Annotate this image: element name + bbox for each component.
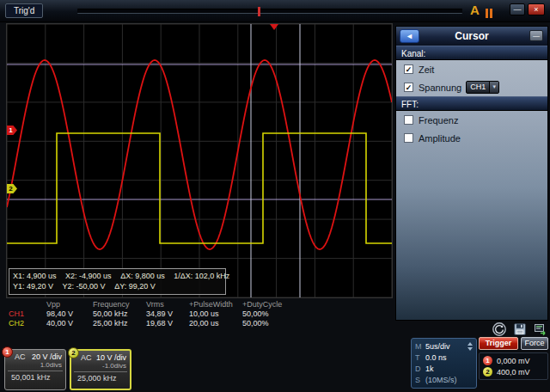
ch2-badge: 2 xyxy=(483,367,492,377)
column-header-vpp: Vpp xyxy=(46,300,93,309)
column-header-vrms: Vrms xyxy=(146,300,189,309)
spannung-option-row[interactable]: ✓ Spannung CH1 ▼ xyxy=(396,78,547,96)
meas-value: 50,00% xyxy=(242,319,290,328)
waveform-canvas xyxy=(7,24,392,297)
back-button[interactable]: ◄ xyxy=(400,29,419,43)
panel-minimize-button[interactable]: — xyxy=(529,30,543,41)
timebase-value: 5us/div xyxy=(425,342,468,351)
meas-value: 34,89 V xyxy=(146,309,189,319)
amplitude-checkbox[interactable] xyxy=(404,133,413,143)
ch2-number-badge: 2 xyxy=(68,347,79,358)
timebase-spinner[interactable] xyxy=(468,342,473,351)
frequenz-checkbox[interactable] xyxy=(404,115,413,125)
trigger-delay-row: T 0.0 ns xyxy=(415,352,473,363)
spannung-checkbox[interactable]: ✓ xyxy=(404,83,413,92)
cursor-y2: Y2: -50,00 V xyxy=(63,281,106,291)
trigger-position-icon[interactable] xyxy=(270,24,278,30)
spinner-up-icon[interactable] xyxy=(468,342,473,346)
amplitude-label: Amplitude xyxy=(419,133,461,144)
spannung-label: Spannung xyxy=(419,83,461,93)
chevron-down-icon[interactable]: ▼ xyxy=(489,82,498,93)
meas-value: 98,40 V xyxy=(46,309,93,319)
ch1-trigger-level-value: 0,000 mV xyxy=(497,357,530,365)
trigger-controls: Trigger Force 1 0,000 mV 2 400,0 mV xyxy=(479,337,548,380)
meas-value: 25,00 kHz xyxy=(93,319,146,328)
meas-value: 19,68 V xyxy=(146,319,189,328)
horizontal-position-slider[interactable] xyxy=(77,9,462,14)
ch1-number-badge: 1 xyxy=(2,346,13,358)
column-header-frequency: Frequency xyxy=(93,300,146,309)
ch1-frequency: 50,001 kHz xyxy=(8,371,63,382)
record-depth-row[interactable]: D 1k xyxy=(415,363,473,374)
timebase-row-m[interactable]: M 5us/div xyxy=(415,340,473,352)
frequenz-option-row[interactable]: Frequenz xyxy=(396,111,547,129)
frequenz-label: Frequenz xyxy=(419,115,458,126)
trigger-status: Trig'd xyxy=(5,3,43,18)
auto-trigger-indicator: A xyxy=(470,3,480,17)
ch1-volts-per-div: 20 V /div xyxy=(32,352,62,361)
sample-rate-row: S (10MS/s) xyxy=(415,374,473,385)
meas-value: 20,00 us xyxy=(189,319,242,328)
trigger-level-box: 1 0,000 mV 2 400,0 mV xyxy=(479,352,548,380)
measurements-table: Vpp Frequency Vrms +PulseWidth +DutyCycl… xyxy=(7,300,395,328)
trigger-delay-value: 0.0 ns xyxy=(425,353,473,362)
meas-value: 10,00 us xyxy=(189,309,242,319)
ch2-trigger-level-row[interactable]: 2 400,0 mV xyxy=(483,366,544,377)
record-depth-label: D xyxy=(415,364,425,373)
zeit-checkbox[interactable]: ✓ xyxy=(404,64,413,74)
meas-corner xyxy=(7,300,46,309)
ch2-coupling: AC xyxy=(81,353,92,370)
cursor-inv-dx: 1/ΔX: 102,0 kHz xyxy=(174,271,229,281)
export-icon[interactable] xyxy=(533,322,548,337)
close-button[interactable]: × xyxy=(528,3,545,15)
ch2-volts-per-div: 10 V /div xyxy=(96,353,126,362)
trigger-delay-label: T xyxy=(415,353,425,362)
ch2-measurements-row: CH2 40,00 V 25,00 kHz 19,68 V 20,00 us 5… xyxy=(7,319,395,328)
record-depth-value: 1k xyxy=(425,364,473,373)
cursor-panel-titlebar: ◄ Cursor — xyxy=(396,27,547,46)
amplitude-option-row[interactable]: Amplitude xyxy=(396,129,547,147)
ch2-trigger-level-value: 400,0 mV xyxy=(497,368,530,377)
zeit-label: Zeit xyxy=(419,64,434,75)
sample-rate-label: S xyxy=(415,376,425,384)
meas-value: 50,00% xyxy=(242,309,290,319)
force-button[interactable]: Force xyxy=(521,337,548,350)
minimize-button[interactable]: — xyxy=(510,3,525,15)
kanal-section-header: Kanal: xyxy=(396,46,547,60)
cursor-x1: X1: 4,900 us xyxy=(13,271,57,281)
ch1-coupling: AC xyxy=(15,352,26,369)
ch1-offset: 1.0divs xyxy=(32,361,62,369)
cursor-panel: ◄ Cursor — Kanal: ✓ Zeit ✓ Spannung CH1 … xyxy=(395,26,548,321)
measurements-header-row: Vpp Frequency Vrms +PulseWidth +DutyCycl… xyxy=(7,300,395,309)
timebase-label: M xyxy=(415,342,425,351)
ch2-offset: -1.0divs xyxy=(96,362,126,370)
channel-select-dropdown[interactable]: CH1 ▼ xyxy=(466,81,499,94)
cursor-x2: X2: -4,900 us xyxy=(65,271,112,281)
ch1-trigger-level-row[interactable]: 1 0,000 mV xyxy=(483,355,544,366)
trigger-position-slider-marker[interactable] xyxy=(258,7,260,16)
ch2-frequency: 25,000 kHz xyxy=(74,371,127,383)
ch1-row-label: CH1 xyxy=(7,309,46,319)
meas-value: 50,00 kHz xyxy=(93,309,146,319)
pause-icon[interactable] xyxy=(486,6,494,21)
column-header-dutycycle: +DutyCycle xyxy=(242,300,290,309)
cursor-panel-body: Kanal: ✓ Zeit ✓ Spannung CH1 ▼ FFT: Freq… xyxy=(396,46,547,147)
save-icon[interactable] xyxy=(512,322,528,337)
ch2-panel[interactable]: 2 AC 10 V /div -1.0divs 25,000 kHz xyxy=(70,349,131,390)
back-arrow-icon: ◄ xyxy=(406,32,413,40)
toolbar-icons xyxy=(464,322,548,337)
ch1-badge: 1 xyxy=(483,356,492,365)
trigger-button[interactable]: Trigger xyxy=(479,337,518,350)
titlebar: Trig'd A — × xyxy=(0,0,550,22)
ch2-row-label: CH2 xyxy=(7,319,46,328)
zeit-option-row[interactable]: ✓ Zeit xyxy=(396,60,547,78)
channel-select-value: CH1 xyxy=(467,82,489,93)
cursor-dx: ΔX: 9,800 us xyxy=(120,271,165,281)
cursor-y1: Y1: 49,20 V xyxy=(13,281,53,291)
timebase-panel: M 5us/div T 0.0 ns D 1k S (10MS/s) xyxy=(411,338,477,389)
ch1-panel[interactable]: 1 AC 20 V /div 1.0divs 50,001 kHz xyxy=(4,349,66,390)
autoset-icon[interactable] xyxy=(492,322,507,337)
oscilloscope-display[interactable]: 1 2 X1: 4,900 us X2: -4,900 us ΔX: 9,800… xyxy=(7,24,392,297)
spinner-down-icon[interactable] xyxy=(468,347,473,351)
cursor-dy: ΔY: 99,20 V xyxy=(114,281,156,291)
